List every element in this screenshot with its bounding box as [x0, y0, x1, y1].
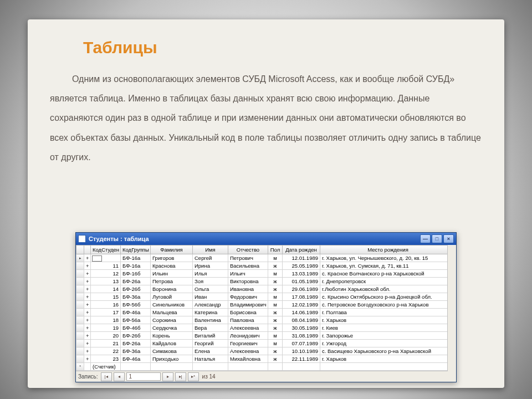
table-row[interactable]: +16БФ-56бСинельниковАлександрВладимирови…	[76, 301, 456, 309]
cell-name[interactable]: Виталий	[193, 332, 228, 340]
cell-family[interactable]: Краснова	[151, 262, 193, 270]
row-selector[interactable]	[76, 340, 84, 347]
col-header-3[interactable]: Имя	[193, 245, 228, 254]
nav-prev-button[interactable]: ◂	[114, 372, 125, 381]
close-button[interactable]: ×	[443, 234, 454, 243]
vertical-scrollbar[interactable]	[447, 245, 456, 371]
table-row[interactable]: ▸+БФ-16аГригоровСергейПетровичм12.01.198…	[76, 254, 456, 262]
col-header-5[interactable]: Пол	[268, 245, 283, 254]
cell-place[interactable]: с. Красное Волчанского р-на Харьковской	[320, 270, 456, 278]
cell-patronymic[interactable]: Ильич	[228, 270, 268, 278]
expand-cell[interactable]: +	[84, 293, 91, 301]
cell-group[interactable]: БФ-16а	[121, 262, 151, 270]
table-row[interactable]: +19БФ-46бСердючкаВераАлексеевнаж30.05.19…	[76, 324, 456, 332]
cell-name[interactable]: Елена	[193, 347, 228, 355]
cell-date[interactable]: 07.07.1989	[283, 340, 320, 347]
cell-name[interactable]: Александр	[193, 301, 228, 309]
cell-family[interactable]: Воронина	[151, 285, 193, 293]
cell-date[interactable]: 01.05.1989	[283, 278, 320, 285]
cell-sex[interactable]: ж	[268, 278, 283, 285]
cell-id[interactable]: 12	[91, 270, 121, 278]
cell-place[interactable]: г. Днепропетровск	[320, 278, 456, 285]
cell-date[interactable]: 12.01.1989	[283, 254, 320, 262]
row-selector[interactable]	[76, 316, 84, 324]
cell-place[interactable]: г. Запорожье	[320, 332, 456, 340]
cell-date[interactable]: 22.11.1989	[283, 355, 320, 363]
cell-name[interactable]: Илья	[193, 270, 228, 278]
cell-family[interactable]: Симакова	[151, 347, 193, 355]
cell-family[interactable]: Синельников	[151, 301, 193, 309]
row-selector[interactable]	[76, 278, 84, 285]
cell-date[interactable]: 29.06.1989	[283, 285, 320, 293]
cell-place[interactable]: г.Люботин Харьковской обл.	[320, 285, 456, 293]
cell-id[interactable]: 16	[91, 301, 121, 309]
row-selector[interactable]	[76, 285, 84, 293]
cell-sex[interactable]: ж	[268, 285, 283, 293]
row-selector[interactable]: ▸	[76, 254, 84, 262]
col-header-4[interactable]: Отчество	[228, 245, 268, 254]
cell-patronymic[interactable]: Павловна	[228, 316, 268, 324]
cell-id[interactable]: 18	[91, 316, 121, 324]
row-selector[interactable]	[76, 270, 84, 278]
cell-sex[interactable]: м	[268, 254, 283, 262]
col-header-0[interactable]: КодСтуден	[91, 245, 121, 254]
nav-next-button[interactable]: ▸	[162, 372, 173, 381]
cell-family[interactable]: Приходько	[151, 355, 193, 363]
cell-group[interactable]: БФ-36а	[121, 347, 151, 355]
cell-sex[interactable]: м	[268, 340, 283, 347]
cell-group[interactable]: БФ-46а	[121, 309, 151, 316]
row-selector[interactable]	[76, 332, 84, 340]
cell-group[interactable]: БФ-26а	[121, 278, 151, 285]
expand-cell[interactable]	[84, 363, 91, 371]
cell-patronymic[interactable]: Викторовна	[228, 278, 268, 285]
cell-id[interactable]: (Счетчик)	[91, 363, 121, 371]
row-selector-header[interactable]	[76, 245, 84, 254]
cell-id[interactable]: 11	[91, 262, 121, 270]
cell-place[interactable]: г. Харьков, ул. Сумская, д. 71, кв.11	[320, 262, 456, 270]
cell-sex[interactable]: ж	[268, 324, 283, 332]
minimize-button[interactable]: —	[420, 234, 431, 243]
cell-name[interactable]: Наталья	[193, 355, 228, 363]
row-selector[interactable]	[76, 293, 84, 301]
cell-patronymic[interactable]: Федорович	[228, 293, 268, 301]
cell-group[interactable]: БФ-26б	[121, 285, 151, 293]
expand-cell[interactable]: +	[84, 332, 91, 340]
cell-id[interactable]: 17	[91, 309, 121, 316]
expand-cell[interactable]: +	[84, 316, 91, 324]
cell-sex[interactable]: м	[268, 301, 283, 309]
cell-id[interactable]: 14	[91, 285, 121, 293]
cell-family[interactable]: Корень	[151, 332, 193, 340]
cell-sex[interactable]: м	[268, 332, 283, 340]
cell-patronymic[interactable]: Алексеевна	[228, 324, 268, 332]
cell-name[interactable]: Ирина	[193, 262, 228, 270]
row-selector[interactable]	[76, 301, 84, 309]
cell-date[interactable]: 30.05.1989	[283, 324, 320, 332]
cell-id[interactable]: 20	[91, 332, 121, 340]
col-header-2[interactable]: Фамилия	[151, 245, 193, 254]
cell-sex[interactable]: ж	[268, 316, 283, 324]
cell-date[interactable]: 14.06.1989	[283, 309, 320, 316]
cell-sex[interactable]: ж	[268, 355, 283, 363]
cell-sex[interactable]: ж	[268, 262, 283, 270]
expand-cell[interactable]: +	[84, 262, 91, 270]
cell-place[interactable]: с. Крысино Октябрьского р-на Донецкой об…	[320, 293, 456, 301]
table-row[interactable]: +15БФ-36аЛуговойИванФедоровичм17.08.1989…	[76, 293, 456, 301]
cell-patronymic[interactable]: Владимирович	[228, 301, 268, 309]
row-selector[interactable]	[76, 309, 84, 316]
cell-family[interactable]: Григоров	[151, 254, 193, 262]
table-row[interactable]: +18БФ-56аСорокинаВалентинаПавловнаж08.04…	[76, 316, 456, 324]
maximize-button[interactable]: □	[432, 234, 442, 243]
col-header-7[interactable]: Место рождения	[320, 245, 456, 254]
row-selector[interactable]	[76, 347, 84, 355]
row-selector[interactable]: *	[76, 363, 84, 371]
cell-group[interactable]: БФ-26б	[121, 332, 151, 340]
cell-patronymic[interactable]: Леонидович	[228, 332, 268, 340]
col-header-1[interactable]: КодГруппы	[121, 245, 151, 254]
cell-family[interactable]: Сердючка	[151, 324, 193, 332]
cell-id[interactable]: 15	[91, 293, 121, 301]
row-selector[interactable]	[76, 355, 84, 363]
expand-cell[interactable]: +	[84, 309, 91, 316]
expand-cell[interactable]: +	[84, 324, 91, 332]
cell-group[interactable]: БФ-56а	[121, 316, 151, 324]
cell-group[interactable]: БФ-46а	[121, 355, 151, 363]
